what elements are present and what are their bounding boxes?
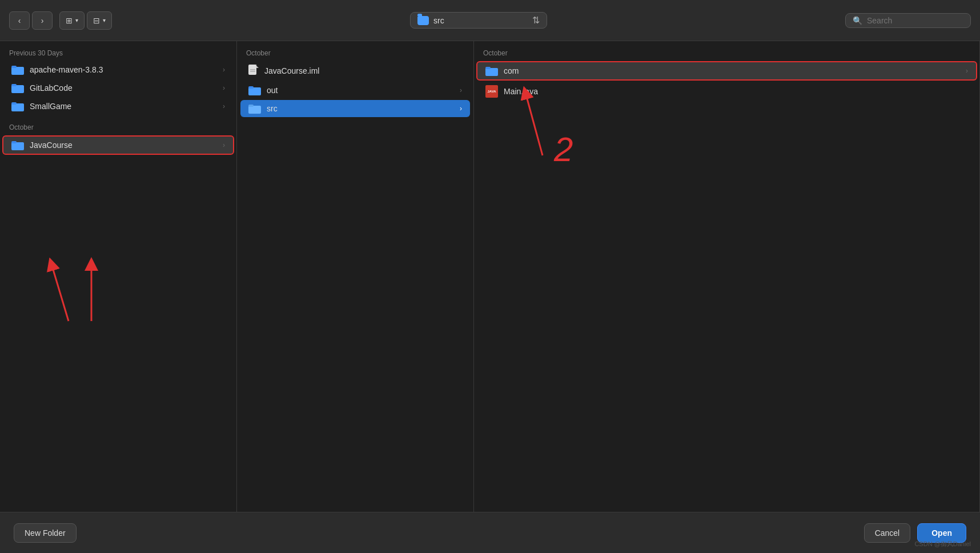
- svg-rect-1: [11, 66, 17, 68]
- location-stepper-icon: ⇅: [532, 15, 540, 26]
- chevron-icon: ›: [966, 67, 968, 75]
- folder-icon: [11, 83, 24, 93]
- file-name: GitLabCode: [30, 83, 217, 93]
- list-item[interactable]: com ›: [476, 61, 977, 81]
- folder-icon: [485, 66, 498, 76]
- file-name: src: [267, 104, 454, 113]
- folder-icon: [11, 101, 24, 111]
- folder-icon: [248, 85, 261, 95]
- java-icon: JAVA: [485, 85, 498, 98]
- folder-icon: [11, 65, 24, 75]
- col1-section2-header: October: [0, 115, 236, 135]
- folder-icon: [11, 140, 24, 150]
- nav-button-group: ‹ ›: [9, 11, 53, 30]
- new-folder-button[interactable]: New Folder: [14, 523, 77, 543]
- list-item[interactable]: SmallGame ›: [3, 98, 233, 115]
- file-name: out: [267, 86, 454, 95]
- location-pill[interactable]: src ⇅: [410, 12, 547, 29]
- svg-rect-14: [248, 86, 254, 89]
- svg-rect-15: [248, 106, 261, 114]
- svg-line-19: [525, 93, 543, 155]
- chevron-icon: ›: [223, 102, 225, 110]
- chevron-icon: ›: [460, 86, 462, 94]
- list-item[interactable]: GitLabCode ›: [3, 79, 233, 97]
- list-item[interactable]: apache-maven-3.8.3 ›: [3, 61, 233, 78]
- watermark: CSDN @御风Daniel: [914, 540, 971, 548]
- doc-icon: [248, 65, 259, 77]
- svg-rect-17: [485, 68, 498, 76]
- file-name: Main.java: [504, 87, 968, 96]
- cancel-button[interactable]: Cancel: [864, 523, 911, 543]
- toolbar: ‹ › ⊞ ▾ ⊟ ▾ src ⇅ 🔍: [0, 0, 980, 41]
- file-name: JavaCourse: [30, 141, 217, 150]
- location-pill-left: src: [417, 16, 444, 25]
- column-view-chevron: ▾: [75, 17, 78, 23]
- forward-button[interactable]: ›: [32, 11, 53, 30]
- chevron-icon: ›: [223, 141, 225, 149]
- list-item[interactable]: JAVA Main.java: [477, 82, 976, 101]
- search-input[interactable]: [867, 16, 963, 25]
- bottom-bar: New Folder Cancel Open: [0, 512, 980, 553]
- chevron-icon: ›: [460, 105, 462, 113]
- column-2: October JavaCourse.iml out › src ›: [237, 41, 474, 512]
- chevron-icon: ›: [223, 84, 225, 92]
- column-3: October com › JAVA Main.java: [474, 41, 980, 512]
- svg-rect-2: [11, 85, 24, 93]
- annotation-arrow-col1: [34, 230, 148, 344]
- col2-section1-header: October: [237, 41, 473, 61]
- svg-rect-13: [248, 87, 261, 95]
- search-icon: 🔍: [853, 16, 862, 25]
- back-button[interactable]: ‹: [9, 11, 30, 30]
- file-name: SmallGame: [30, 102, 217, 111]
- file-name: JavaCourse.iml: [264, 66, 462, 75]
- grid-view-icon: ⊟: [93, 16, 100, 25]
- svg-rect-5: [11, 102, 17, 105]
- location-name: src: [433, 16, 444, 25]
- svg-rect-0: [11, 67, 24, 75]
- list-item[interactable]: out ›: [240, 82, 470, 99]
- view-button-group: ⊞ ▾ ⊟ ▾: [59, 11, 112, 30]
- svg-rect-7: [11, 141, 17, 143]
- grid-view-chevron: ▾: [103, 17, 106, 23]
- file-name: com: [504, 66, 960, 75]
- file-name: apache-maven-3.8.3: [30, 65, 217, 74]
- column-view-icon: ⊞: [66, 16, 73, 25]
- grid-view-button[interactable]: ⊟ ▾: [87, 11, 112, 30]
- svg-text:2: 2: [553, 130, 573, 169]
- search-bar[interactable]: 🔍: [845, 13, 971, 28]
- col3-section1-header: October: [474, 41, 979, 61]
- location-bar: src ⇅: [119, 12, 838, 29]
- column-1: Previous 30 Days apache-maven-3.8.3 › Gi…: [0, 41, 237, 512]
- column-view-button[interactable]: ⊞ ▾: [59, 11, 85, 30]
- list-item[interactable]: JavaCourse ›: [2, 135, 234, 155]
- svg-rect-18: [485, 67, 491, 69]
- svg-rect-6: [11, 142, 24, 150]
- chevron-icon: ›: [223, 66, 225, 74]
- list-item[interactable]: src ›: [240, 100, 470, 117]
- list-item[interactable]: JavaCourse.iml: [240, 61, 470, 81]
- folder-icon: [248, 103, 261, 114]
- col1-section1-header: Previous 30 Days: [0, 41, 236, 61]
- annotation-arrow-col3: 2: [508, 64, 611, 178]
- svg-rect-4: [11, 103, 24, 111]
- svg-line-8: [51, 264, 69, 321]
- location-folder-icon: [417, 16, 429, 25]
- content-area: Previous 30 Days apache-maven-3.8.3 › Gi…: [0, 41, 980, 512]
- svg-rect-3: [11, 84, 17, 86]
- svg-rect-16: [248, 105, 254, 107]
